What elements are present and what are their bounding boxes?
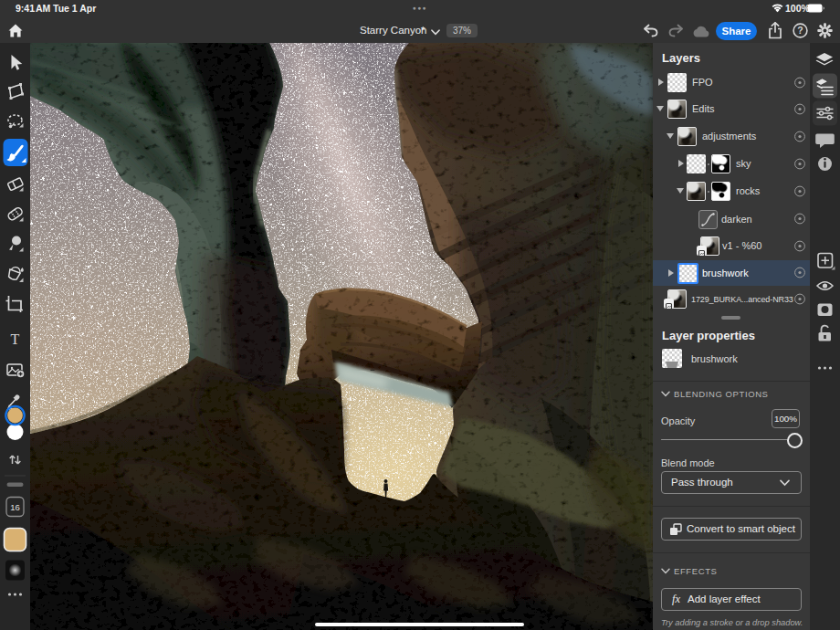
- svg-text:?: ?: [797, 25, 803, 36]
- svg-text:16: 16: [10, 502, 20, 512]
- svg-text:T: T: [11, 331, 20, 347]
